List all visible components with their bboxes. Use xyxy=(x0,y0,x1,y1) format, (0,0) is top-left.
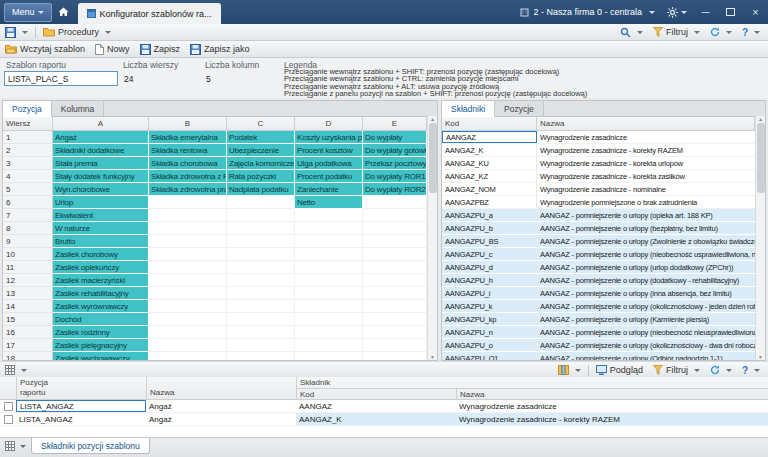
template-cell[interactable] xyxy=(295,248,363,261)
column-letter-header[interactable]: B xyxy=(149,117,227,130)
template-cell[interactable] xyxy=(227,209,295,222)
template-cell[interactable]: Brutto xyxy=(53,235,149,248)
template-cell[interactable] xyxy=(149,222,227,235)
component-row[interactable]: AANGAZPBZWynagrodzenie pomniejszone o br… xyxy=(442,196,755,209)
template-cell[interactable] xyxy=(363,261,427,274)
row-number[interactable]: 2 xyxy=(3,144,53,157)
template-cell[interactable] xyxy=(295,339,363,352)
help-button[interactable]: ? xyxy=(737,27,765,38)
template-cell[interactable] xyxy=(295,326,363,339)
row-number[interactable]: 13 xyxy=(3,287,53,300)
component-row[interactable]: AANGAZPU_bAANGAZ - pomniejszenie o urlop… xyxy=(442,222,755,235)
component-row[interactable]: AANGAZPU_iAANGAZ - pomniejszenie o urlop… xyxy=(442,287,755,300)
template-cell[interactable]: Procent podatku xyxy=(295,170,363,183)
template-cell[interactable]: W naturze xyxy=(53,222,149,235)
template-name-input[interactable] xyxy=(4,71,118,86)
template-cell[interactable] xyxy=(227,274,295,287)
template-cell[interactable] xyxy=(227,261,295,274)
row-number[interactable]: 18 xyxy=(3,352,53,361)
column-letter-header[interactable]: C xyxy=(227,117,295,130)
help-button[interactable]: ? xyxy=(737,365,765,376)
template-cell[interactable]: Zasiłek rodzinny xyxy=(53,326,149,339)
row-number[interactable]: 8 xyxy=(3,222,53,235)
component-row[interactable]: AANGAZPU_O1AANGAZ - pomniejszenie o urlo… xyxy=(442,352,755,361)
template-cell[interactable] xyxy=(149,339,227,352)
template-cell[interactable]: Podatek xyxy=(227,131,295,144)
template-cell[interactable]: Zaniechanie xyxy=(295,183,363,196)
settings-button[interactable] xyxy=(661,7,693,18)
template-cell[interactable]: Zasiłek chorobowy xyxy=(53,248,149,261)
template-cell[interactable] xyxy=(149,274,227,287)
template-cell[interactable]: Do wypłaty ROR1 xyxy=(363,170,427,183)
template-cell[interactable]: Składniki dodatkowe xyxy=(53,144,149,157)
tab-skladniki[interactable]: Składniki xyxy=(442,101,495,117)
component-row[interactable]: AANGAZPU_nAANGAZ - pomniejszenie o urlop… xyxy=(442,326,755,339)
position-row[interactable]: LISTA_ANGAZAngażAANGAZ_KWynagrodzenie za… xyxy=(0,413,768,426)
procedures-button[interactable]: Procedury xyxy=(38,24,116,40)
row-number[interactable]: 6 xyxy=(3,196,53,209)
tab-skladniki-pozycji-szablonu[interactable]: Składniki pozycji szablonu xyxy=(31,438,150,454)
template-cell[interactable]: Wyn.chorobowe xyxy=(53,183,149,196)
template-cell[interactable] xyxy=(149,313,227,326)
load-template-button[interactable]: Wczytaj szablon xyxy=(0,41,90,57)
template-cell[interactable] xyxy=(363,313,427,326)
template-cell[interactable] xyxy=(363,235,427,248)
component-row[interactable]: AANGAZWynagrodzenie zasadnicze xyxy=(442,131,755,144)
template-cell[interactable] xyxy=(295,300,363,313)
template-cell[interactable] xyxy=(227,287,295,300)
kod-column-header[interactable]: Kod xyxy=(442,117,537,130)
panel-options-button[interactable] xyxy=(0,438,31,451)
document-tab[interactable]: Konfigurator szablonów ra... xyxy=(78,3,221,24)
position-row[interactable]: LISTA_ANGAZAngażAANGAZWynagrodzenie zasa… xyxy=(0,400,768,413)
template-cell[interactable]: Netto xyxy=(295,196,363,209)
template-cell[interactable]: Stały dodatek funkcyjny xyxy=(53,170,149,183)
row-number[interactable]: 15 xyxy=(3,313,53,326)
row-checkbox[interactable] xyxy=(4,415,13,424)
save-template-button[interactable]: Zapisz xyxy=(135,41,186,57)
component-row[interactable]: AANGAZPU_dAANGAZ - pomniejszenie o urlop… xyxy=(442,261,755,274)
row-number[interactable]: 14 xyxy=(3,300,53,313)
row-number[interactable]: 16 xyxy=(3,326,53,339)
template-cell[interactable] xyxy=(363,326,427,339)
row-number[interactable]: 9 xyxy=(3,235,53,248)
template-cell[interactable] xyxy=(363,196,427,209)
template-cell[interactable] xyxy=(295,261,363,274)
component-kod-header[interactable]: Kod xyxy=(297,389,457,399)
scroll-thumb[interactable] xyxy=(757,123,765,193)
template-cell[interactable]: Rata pożyczki xyxy=(227,170,295,183)
template-grid-scrollbar[interactable]: ▲ ▼ xyxy=(427,116,437,360)
row-number[interactable]: 12 xyxy=(3,274,53,287)
template-cell[interactable] xyxy=(363,274,427,287)
template-cell[interactable] xyxy=(295,209,363,222)
template-cell[interactable] xyxy=(363,339,427,352)
template-cell[interactable]: Składka zdrowotna z PDOF xyxy=(149,170,227,183)
component-row[interactable]: AANGAZPU_hAANGAZ - pomniejszenie o urlop… xyxy=(442,274,755,287)
template-cell[interactable]: Zasiłek pielęgnacyjny xyxy=(53,339,149,352)
refresh-button[interactable] xyxy=(705,365,737,375)
company-selector[interactable]: 2 - Nasza firma 0 - centrala xyxy=(514,7,661,17)
template-cell[interactable]: Zasiłek opiekuńczy xyxy=(53,261,149,274)
template-cell[interactable]: Nadpłata podatku xyxy=(227,183,295,196)
row-checkbox[interactable] xyxy=(4,402,13,411)
maximize-button[interactable] xyxy=(718,0,743,24)
template-cell[interactable]: Ubezpieczenie xyxy=(227,144,295,157)
template-cell[interactable]: Koszty uzyskania przyc xyxy=(295,131,363,144)
template-cell[interactable] xyxy=(295,235,363,248)
template-cell[interactable]: Zasiłek rehabilitacyjny xyxy=(53,287,149,300)
template-cell[interactable]: Ulga podatkowa xyxy=(295,157,363,170)
template-cell[interactable] xyxy=(149,209,227,222)
grid-options-button[interactable] xyxy=(0,362,32,378)
template-cell[interactable] xyxy=(227,196,295,209)
template-cell[interactable]: Składka zdrowotna pracownik xyxy=(149,183,227,196)
template-cell[interactable]: Składka rentowa xyxy=(149,144,227,157)
template-cell[interactable]: Składka emerytalna xyxy=(149,131,227,144)
template-cell[interactable]: Zasiłek wychowawczy xyxy=(53,352,149,361)
template-cell[interactable] xyxy=(363,352,427,361)
template-cell[interactable] xyxy=(363,222,427,235)
preview-button[interactable]: Podgląd xyxy=(591,365,648,375)
row-number[interactable]: 4 xyxy=(3,170,53,183)
row-number[interactable]: 10 xyxy=(3,248,53,261)
template-cell[interactable]: Zasiłek wyrównawczy xyxy=(53,300,149,313)
row-number[interactable]: 7 xyxy=(3,209,53,222)
row-number[interactable]: 1 xyxy=(3,131,53,144)
